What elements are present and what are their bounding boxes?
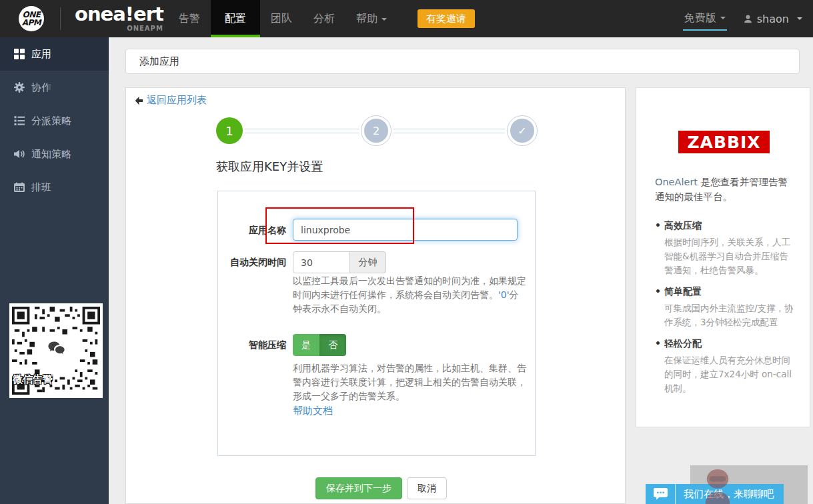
step-2: 2 bbox=[361, 115, 391, 146]
page-title-card: 添加应用 bbox=[125, 49, 800, 74]
username: shaon bbox=[757, 13, 789, 25]
sidebar-item-dispatch-policy[interactable]: 分派策略 bbox=[0, 104, 109, 137]
speaker-icon bbox=[14, 149, 25, 159]
toggle-yes-button[interactable]: 是 bbox=[293, 334, 319, 356]
sidebar-item-collaboration[interactable]: 协作 bbox=[0, 71, 109, 104]
promo-brand: OneAlert bbox=[655, 177, 698, 187]
cancel-button[interactable]: 取消 bbox=[407, 477, 447, 499]
step-2-number: 2 bbox=[364, 119, 388, 143]
help-text-part: 以监控工具最后一次发出告警通知的时间为准，如果规定时间内未进行任何操作，系统将会… bbox=[293, 275, 526, 300]
sidebar-item-label: 协作 bbox=[31, 81, 51, 94]
plan-label: 免费版 bbox=[684, 11, 716, 24]
sidebar-item-notification-policy[interactable]: 通知策略 bbox=[0, 137, 109, 171]
wechat-icon bbox=[43, 335, 69, 362]
nav-item-config[interactable]: 配置 bbox=[211, 0, 260, 37]
nav-item-analysis[interactable]: 分析 bbox=[303, 0, 345, 37]
qr-caption: 微信告警 bbox=[13, 373, 53, 386]
help-doc-link[interactable]: 帮助文档 bbox=[293, 405, 333, 417]
calendar-icon bbox=[14, 182, 25, 193]
brand-title: onea!ert bbox=[75, 4, 163, 24]
sidebar-item-label: 分派策略 bbox=[31, 115, 71, 127]
chevron-down-icon bbox=[797, 17, 802, 20]
chat-divider bbox=[675, 484, 676, 504]
main-panel: 返回应用列表 1 2 ✓ 获取应用KEY并设置 应用名称 自动关闭时间 分钟 以… bbox=[125, 87, 626, 504]
page-title: 添加应用 bbox=[139, 55, 179, 68]
brand: onea!ert ONEAPM bbox=[75, 4, 163, 32]
sidebar-item-scheduling[interactable]: 排班 bbox=[0, 171, 109, 204]
ordered-list-icon bbox=[14, 115, 25, 126]
nav-item-help[interactable]: 帮助 bbox=[345, 0, 397, 37]
logo-divider bbox=[60, 7, 61, 30]
minutes-addon: 分钟 bbox=[349, 251, 386, 273]
top-navbar: ONE APM onea!ert ONEAPM 告警 配置 团队 分析 帮助 有… bbox=[0, 0, 813, 37]
list-item: 高效压缩 根据时间序列，关联关系，人工智能&机器学习自动合并压缩告警通知，杜绝告… bbox=[655, 220, 796, 277]
gear-icon bbox=[14, 82, 25, 93]
back-link-label: 返回应用列表 bbox=[147, 94, 207, 107]
plan-dropdown[interactable]: 免费版 bbox=[684, 11, 726, 27]
app-name-input[interactable] bbox=[293, 219, 518, 241]
bullet-title: 轻松分配 bbox=[655, 338, 796, 350]
oneapm-logo: ONE APM bbox=[19, 6, 44, 31]
sidebar-item-label: 应用 bbox=[31, 48, 51, 61]
sidebar: 应用 协作 分派策略 通知策略 排班 bbox=[0, 37, 109, 504]
promo-panel: ZABBIX OneAlert 是您查看并管理告警通知的最佳平台。 高效压缩 根… bbox=[636, 87, 810, 427]
auto-close-help-text: 以监控工具最后一次发出告警通知的时间为准，如果规定时间内未进行任何操作，系统将会… bbox=[293, 274, 528, 316]
nav-item-team[interactable]: 团队 bbox=[260, 0, 303, 37]
section-title: 获取应用KEY并设置 bbox=[216, 159, 323, 175]
promo-intro: OneAlert 是您查看并管理告警通知的最佳平台。 bbox=[655, 175, 794, 204]
save-and-next-button[interactable]: 保存并到下一步 bbox=[315, 477, 402, 499]
auto-close-input[interactable] bbox=[293, 251, 350, 273]
bullet-body: 根据时间序列，关联关系，人工智能&机器学习自动合并压缩告警通知，杜绝告警风暴。 bbox=[655, 235, 796, 277]
user-menu[interactable]: shaon bbox=[743, 13, 802, 25]
brand-subtitle: ONEAPM bbox=[127, 25, 163, 32]
step-1-number: 1 bbox=[225, 124, 233, 138]
app-settings-form: 应用名称 自动关闭时间 分钟 以监控工具最后一次发出告警通知的时间为准，如果规定… bbox=[217, 191, 536, 456]
back-to-app-list-link[interactable]: 返回应用列表 bbox=[134, 94, 207, 107]
check-icon: ✓ bbox=[510, 119, 534, 143]
promo-bullet-list: 高效压缩 根据时间序列，关联关系，人工智能&机器学习自动合并压缩告警通知，杜绝告… bbox=[655, 220, 796, 404]
help-text-zero: '0' bbox=[498, 289, 510, 300]
smart-compress-label: 智能压缩 bbox=[218, 334, 286, 356]
main-menu: 告警 配置 团队 分析 帮助 有奖邀请 bbox=[168, 0, 475, 37]
sidebar-item-label: 通知策略 bbox=[31, 148, 71, 161]
bullet-body: 可集成国内外主流监控/支撑，协作系统，3分钟轻松完成配置 bbox=[655, 301, 796, 329]
list-item: 简单配置 可集成国内外主流监控/支撑，协作系统，3分钟轻松完成配置 bbox=[655, 286, 796, 329]
bullet-body: 在保证运维人员有充分休息时间的同时，建立7x24小时 on-call 机制。 bbox=[655, 353, 796, 395]
nav-item-alerts[interactable]: 告警 bbox=[168, 0, 211, 37]
user-icon bbox=[743, 14, 753, 24]
list-item: 轻松分配 在保证运维人员有充分休息时间的同时，建立7x24小时 on-call … bbox=[655, 338, 796, 395]
bullet-title: 简单配置 bbox=[655, 286, 796, 298]
chat-bubble-icon bbox=[654, 488, 668, 501]
mascot-image bbox=[696, 466, 740, 504]
arrow-left-icon bbox=[134, 96, 143, 105]
toggle-no-button[interactable]: 否 bbox=[319, 334, 346, 356]
nav-help-label: 帮助 bbox=[356, 12, 377, 25]
smart-compress-help-text: 利用机器学习算法，对告警的属性，比如主机、集群、告警内容进行关联度计算，把逻辑上… bbox=[293, 361, 528, 403]
step-3-done: ✓ bbox=[507, 115, 538, 146]
invite-button[interactable]: 有奖邀请 bbox=[418, 9, 475, 28]
logo-text-bottom: APM bbox=[22, 19, 41, 27]
sidebar-item-label: 排班 bbox=[31, 181, 51, 194]
sidebar-item-applications[interactable]: 应用 bbox=[0, 37, 109, 71]
bullet-title: 高效压缩 bbox=[655, 220, 796, 232]
grid-icon bbox=[14, 49, 25, 59]
chevron-down-icon bbox=[381, 18, 387, 21]
auto-close-label: 自动关闭时间 bbox=[218, 251, 286, 273]
form-actions: 保存并到下一步 取消 bbox=[315, 477, 447, 499]
chevron-down-icon bbox=[720, 17, 726, 19]
wechat-qr-code: 微信告警 bbox=[9, 303, 103, 398]
smart-compress-toggle: 是 否 bbox=[293, 334, 346, 356]
navbar-right: 免费版 shaon bbox=[684, 0, 802, 37]
zabbix-logo: ZABBIX bbox=[678, 131, 770, 153]
step-1-current: 1 bbox=[216, 117, 243, 144]
app-name-label: 应用名称 bbox=[218, 219, 286, 241]
